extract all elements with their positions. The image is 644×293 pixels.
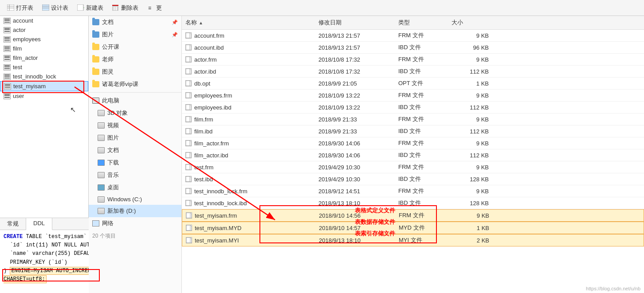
delete-icon bbox=[112, 4, 119, 12]
file-cell-type: IBD 文件 bbox=[395, 43, 448, 52]
file-icon bbox=[186, 212, 192, 219]
file-row[interactable]: film.frm 2018/9/9 21:33 FRM 文件 9 KB bbox=[182, 113, 644, 125]
file-name: db.opt bbox=[194, 80, 210, 87]
new-table-button[interactable]: + 新建表 bbox=[74, 3, 107, 13]
svg-text:≡: ≡ bbox=[148, 5, 151, 11]
nav-item-desktop[interactable]: 桌面 bbox=[89, 181, 181, 194]
nav-item-label: 图片 bbox=[102, 31, 114, 39]
svg-rect-31 bbox=[186, 225, 190, 230]
tree-item-label: employees bbox=[13, 36, 41, 43]
tree-item-film[interactable]: film bbox=[0, 44, 88, 53]
file-row[interactable]: account.frm 2018/9/13 21:57 FRM 文件 9 KB bbox=[182, 30, 644, 42]
file-cell-name: test_innodb_lock.ibd bbox=[182, 199, 315, 207]
svg-rect-21 bbox=[186, 105, 190, 110]
file-cell-type: MYI 文件 bbox=[395, 236, 448, 245]
tree-item-test-myisam[interactable]: test_myisam bbox=[0, 81, 88, 91]
nav-item-download[interactable]: 下载 bbox=[89, 156, 181, 169]
svg-rect-15 bbox=[186, 33, 190, 38]
file-rows: account.frm 2018/9/13 21:57 FRM 文件 9 KB … bbox=[182, 30, 644, 293]
drive-icon bbox=[98, 110, 105, 116]
file-row[interactable]: actor.ibd 2018/10/8 17:32 IBD 文件 112 KB bbox=[182, 66, 644, 78]
tree-item-employees[interactable]: employees bbox=[0, 35, 88, 44]
col-header-date[interactable]: 修改日期 bbox=[315, 18, 395, 27]
file-row[interactable]: film.ibd 2018/9/9 21:33 IBD 文件 112 KB bbox=[182, 125, 644, 137]
col-size-label: 大小 bbox=[452, 19, 463, 27]
file-row[interactable]: test.ibd 2019/4/29 10:30 IBD 文件 128 KB bbox=[182, 173, 644, 185]
nav-item-tuling[interactable]: 图灵 bbox=[89, 66, 181, 78]
file-row[interactable]: employees.frm 2018/10/9 13:22 FRM 文件 9 K… bbox=[182, 90, 644, 102]
file-row[interactable]: test_innodb_lock.ibd 2018/9/13 18:10 IBD… bbox=[182, 197, 644, 209]
file-cell-type: FRM 文件 bbox=[395, 211, 448, 220]
file-cell-type: FRM 文件 bbox=[395, 163, 448, 172]
nav-item-documents[interactable]: 文档 📌 bbox=[89, 16, 181, 28]
table-icon bbox=[4, 55, 11, 61]
nav-item-vip[interactable]: 诸葛老师vip课 bbox=[89, 78, 181, 90]
design-table-button[interactable]: 设计表 bbox=[39, 3, 72, 13]
file-name: film.ibd bbox=[194, 128, 212, 135]
file-row[interactable]: test_myisam.MYI 2018/9/13 18:10 MYI 文件 2… bbox=[182, 234, 644, 246]
svg-rect-23 bbox=[186, 129, 190, 134]
tree-item-user[interactable]: user bbox=[0, 91, 88, 101]
file-row[interactable]: film_actor.ibd 2018/9/30 14:06 IBD 文件 11… bbox=[182, 149, 644, 161]
delete-table-button[interactable]: 删除表 bbox=[109, 3, 142, 13]
nav-item-label: 诸葛老师vip课 bbox=[102, 80, 138, 88]
nav-item-doc[interactable]: 文档 bbox=[89, 144, 181, 156]
open-table-button[interactable]: 打开表 bbox=[4, 3, 37, 13]
tree-item-actor[interactable]: actor bbox=[0, 25, 88, 35]
file-row[interactable]: account.ibd 2018/9/13 21:57 IBD 文件 96 KB bbox=[182, 42, 644, 54]
col-header-name[interactable]: 名称 ▲ bbox=[182, 18, 315, 27]
nav-item-3d[interactable]: 3D 对象 bbox=[89, 107, 181, 119]
svg-rect-7 bbox=[77, 4, 83, 11]
file-icon bbox=[185, 176, 192, 182]
nav-item-pictures[interactable]: 图片 📌 bbox=[89, 28, 181, 41]
file-row[interactable]: test_innodb_lock.frm 2018/9/12 14:51 FRM… bbox=[182, 185, 644, 197]
more-button[interactable]: ≡ 更 bbox=[144, 3, 165, 13]
col-header-type[interactable]: 类型 bbox=[395, 18, 448, 27]
more-icon: ≡ bbox=[147, 4, 154, 12]
file-row[interactable]: film_actor.frm 2018/9/30 14:06 FRM 文件 9 … bbox=[182, 137, 644, 149]
tree-item-account[interactable]: account bbox=[0, 16, 88, 25]
tree-item-film-actor[interactable]: film_actor bbox=[0, 53, 88, 63]
file-row[interactable]: db.opt 2018/9/9 21:05 OPT 文件 1 KB bbox=[182, 78, 644, 90]
drive-icon bbox=[98, 147, 105, 153]
item-count: 20 个项目 bbox=[92, 232, 116, 240]
nav-item-drive-d[interactable]: 新加卷 (D:) bbox=[89, 205, 181, 217]
tree-item-test[interactable]: test bbox=[0, 63, 88, 72]
nav-item-img[interactable]: 图片 bbox=[89, 132, 181, 144]
col-name-label: 名称 bbox=[185, 19, 197, 27]
file-cell-name: test_myisam.frm bbox=[182, 212, 315, 219]
file-row[interactable]: employees.ibd 2018/10/9 13:22 IBD 文件 112… bbox=[182, 102, 644, 113]
file-cell-date: 2018/9/9 21:33 bbox=[315, 128, 395, 135]
tab-normal[interactable]: 常规 bbox=[0, 218, 26, 230]
nav-item-teacher[interactable]: 老师 bbox=[89, 53, 181, 66]
file-row[interactable]: test_myisam.MYD 2018/9/10 14:57 MYD 文件 1… bbox=[182, 222, 644, 234]
nav-item-public[interactable]: 公开课 bbox=[89, 41, 181, 53]
svg-rect-20 bbox=[186, 93, 190, 98]
file-cell-name: employees.ibd bbox=[182, 104, 315, 111]
folder-icon bbox=[92, 31, 99, 38]
nav-item-computer[interactable]: 此电脑 bbox=[89, 94, 181, 107]
file-cell-date: 2018/10/9 13:22 bbox=[315, 104, 395, 111]
file-row[interactable]: test.frm 2019/4/29 10:30 FRM 文件 9 KB bbox=[182, 161, 644, 173]
file-row[interactable]: actor.frm 2018/10/8 17:32 FRM 文件 9 KB bbox=[182, 54, 644, 66]
col-header-size[interactable]: 大小 bbox=[448, 18, 492, 27]
file-name: actor.ibd bbox=[194, 68, 216, 75]
tab-ddl[interactable]: DDL bbox=[26, 218, 52, 230]
file-cell-type: FRM 文件 bbox=[395, 187, 448, 195]
nav-item-windows-c[interactable]: Windows (C:) bbox=[89, 194, 181, 205]
file-icon bbox=[185, 44, 192, 51]
svg-rect-18 bbox=[186, 69, 190, 74]
nav-item-music[interactable]: 音乐 bbox=[89, 169, 181, 181]
file-row[interactable]: test_myisam.frm 2018/9/10 14:56 FRM 文件 9… bbox=[182, 209, 644, 222]
file-icon bbox=[186, 225, 192, 231]
file-cell-type: IBD 文件 bbox=[395, 199, 448, 207]
svg-rect-32 bbox=[186, 238, 190, 243]
file-cell-date: 2018/9/13 21:57 bbox=[315, 44, 395, 51]
svg-rect-27 bbox=[186, 176, 190, 182]
file-cell-date: 2018/9/30 14:06 bbox=[315, 152, 395, 159]
nav-item-network[interactable]: 网络 bbox=[89, 217, 181, 230]
tree-item-test-innodb-lock[interactable]: test_innodb_lock bbox=[0, 72, 88, 81]
file-icon bbox=[185, 92, 192, 98]
nav-item-video[interactable]: 视频 bbox=[89, 119, 181, 132]
table-icon bbox=[4, 46, 11, 52]
